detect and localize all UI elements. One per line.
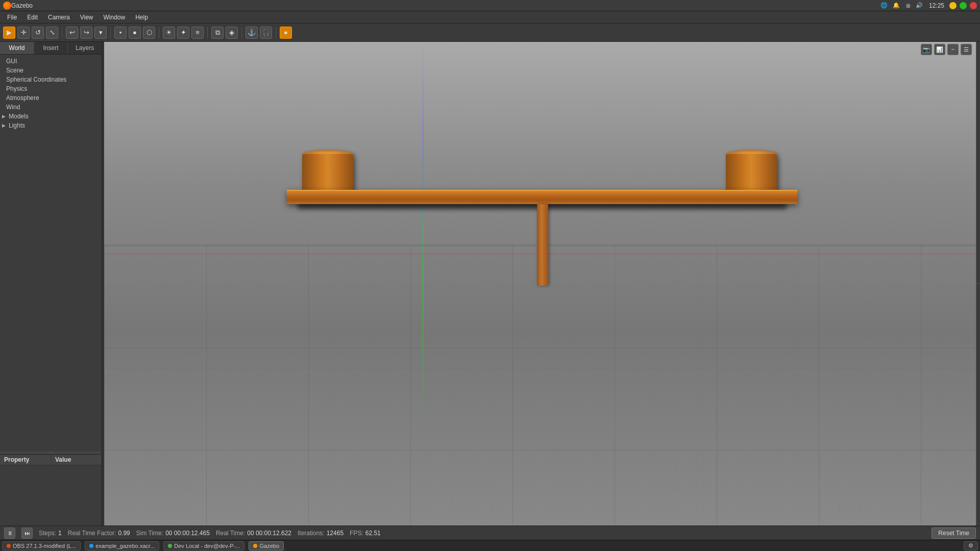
snap-button[interactable]: ⚓: [246, 27, 258, 39]
system-tray: 🌐 🔔 🖥 🔊: [880, 2, 923, 9]
tree-item-wind-label: Wind: [6, 104, 20, 111]
app-title: Gazebo: [11, 2, 880, 9]
maximize-button[interactable]: [960, 2, 967, 9]
steps-label: Steps:: [39, 530, 56, 537]
fps-value: 62.51: [365, 530, 381, 537]
headset-button[interactable]: 🎧: [260, 27, 272, 39]
steps-display: Steps: 1: [39, 530, 62, 537]
titlebar: Gazebo 🌐 🔔 🖥 🔊 12:25: [0, 0, 980, 11]
scale-tool-button[interactable]: ⤡: [46, 27, 58, 39]
sun-button[interactable]: ☀: [163, 27, 175, 39]
box-shape-button[interactable]: ▪: [114, 27, 127, 39]
cylinder-shape-button[interactable]: ⬡: [143, 27, 155, 39]
tree-item-wind[interactable]: Wind: [0, 103, 102, 112]
rtf-label: Real Time Factor:: [68, 530, 116, 537]
statusbar: ⏸ ⏭ Steps: 1 Real Time Factor: 0.99 Sim …: [0, 525, 980, 540]
tree-item-atmosphere[interactable]: Atmosphere: [0, 93, 102, 103]
tree-item-scene[interactable]: Scene: [0, 66, 102, 75]
tree-item-atmosphere-label: Atmosphere: [6, 94, 39, 102]
translate-tool-button[interactable]: ✛: [17, 27, 30, 39]
pause-button[interactable]: ⏸: [4, 528, 15, 539]
right-cylinder-body: [726, 154, 777, 195]
lights-arrow-icon: ▶: [2, 123, 6, 128]
close-button[interactable]: [970, 2, 977, 9]
taskbar-item-terminal[interactable]: Dev Local - dev@dev-P-...: [163, 541, 244, 550]
world-tree: GUI Scene Spherical Coordinates Physics …: [0, 55, 102, 452]
stats-button[interactable]: ~: [947, 44, 959, 55]
toolbar-separator-6: [276, 27, 276, 38]
tree-item-gui[interactable]: GUI: [0, 57, 102, 66]
fps-label: FPS:: [350, 530, 363, 537]
tree-item-spherical-coords[interactable]: Spherical Coordinates: [0, 75, 102, 84]
realtime-value: 00 00:00:12.622: [247, 530, 291, 537]
tree-item-physics-label: Physics: [6, 85, 27, 92]
realtime-factor-display: Real Time Factor: 0.99: [68, 530, 130, 537]
tab-insert[interactable]: Insert: [34, 42, 68, 54]
menu-help[interactable]: Help: [130, 13, 153, 22]
tree-item-physics[interactable]: Physics: [0, 84, 102, 93]
terminal-icon: [168, 544, 172, 548]
settings-icon: ⚙: [968, 542, 973, 549]
content-area: World Insert Layers GUI Scene Spherical …: [0, 42, 980, 525]
notifications-icon: 🔔: [893, 2, 900, 9]
taskbar-system-settings[interactable]: ⚙: [964, 541, 978, 550]
value-col-header: Value: [51, 455, 102, 465]
reset-time-button[interactable]: Reset Time: [932, 528, 976, 539]
menu-file[interactable]: File: [2, 13, 22, 22]
paste-button[interactable]: ◈: [226, 27, 238, 39]
toolbar-separator-1: [62, 27, 62, 38]
scene-objects: [104, 42, 980, 525]
taskbar-item-xacro[interactable]: example_gazebo.xacr...: [85, 541, 159, 550]
toolbar: ▶ ✛ ↺ ⤡ ↩ ↪ ▾ ▪ ● ⬡ ☀ ✦ ≡ ⧉ ◈ ⚓ 🎧 ●: [0, 23, 980, 42]
simtime-value: 00 00:00:12.465: [165, 530, 210, 537]
property-header: Property Value: [0, 455, 102, 465]
tree-item-models[interactable]: ▶ Models: [0, 112, 102, 121]
tab-layers[interactable]: Layers: [68, 42, 102, 54]
toolbar-separator-3: [159, 27, 159, 38]
menu-camera[interactable]: Camera: [43, 13, 75, 22]
3d-viewport[interactable]: 📷 📊 ~ ☰ |: [104, 42, 980, 525]
beam-support: [537, 204, 548, 286]
menu-view[interactable]: View: [75, 13, 99, 22]
toolbar-separator-2: [110, 27, 111, 38]
step-button[interactable]: ⏭: [21, 528, 33, 539]
tab-world[interactable]: World: [0, 42, 34, 54]
tree-item-lights-label: Lights: [9, 122, 25, 129]
real-time-display: Real Time: 00 00:00:12.622: [216, 530, 291, 537]
minimize-button[interactable]: [949, 2, 957, 9]
network-icon: 🌐: [880, 2, 888, 9]
select-tool-button[interactable]: ▶: [3, 27, 15, 39]
toolbar-separator-4: [207, 27, 208, 38]
fps-display: FPS: 62.51: [350, 530, 381, 537]
record-button[interactable]: 📊: [934, 44, 945, 55]
taskbar-item-obs[interactable]: OBS 27.1.3-modified (L...: [2, 541, 81, 550]
obs-icon: [7, 544, 11, 548]
tree-item-lights[interactable]: ▶ Lights: [0, 121, 102, 130]
taskbar: OBS 27.1.3-modified (L... example_gazebo…: [0, 540, 980, 551]
pointlight-button[interactable]: ✦: [177, 27, 189, 39]
rotate-tool-button[interactable]: ↺: [32, 27, 44, 39]
rtf-value: 0.99: [118, 530, 130, 537]
redo-button[interactable]: ↪: [80, 27, 92, 39]
realtime-label: Real Time:: [216, 530, 245, 537]
menu-edit[interactable]: Edit: [22, 13, 43, 22]
copy-button[interactable]: ⧉: [211, 27, 224, 39]
undo-button[interactable]: ↩: [66, 27, 78, 39]
more-button[interactable]: ▾: [94, 27, 107, 39]
orange-tool-button[interactable]: ●: [280, 27, 292, 39]
screenshot-button[interactable]: 📷: [921, 44, 932, 55]
property-panel: Property Value: [0, 454, 102, 525]
gazebo-icon: [253, 544, 257, 548]
sphere-shape-button[interactable]: ●: [129, 27, 141, 39]
xacro-label: example_gazebo.xacr...: [95, 543, 155, 549]
view-menu-button[interactable]: ☰: [961, 44, 972, 55]
toolbar-separator-5: [241, 27, 242, 38]
terminal-label: Dev Local - dev@dev-P-...: [174, 543, 240, 549]
gazebo-label: Gazebo: [259, 543, 279, 549]
taskbar-item-gazebo[interactable]: Gazebo: [249, 541, 284, 550]
panel-tabs: World Insert Layers: [0, 42, 102, 55]
menu-window[interactable]: Window: [99, 13, 131, 22]
grid-button[interactable]: ≡: [191, 27, 204, 39]
viewport-toolbar: 📷 📊 ~ ☰: [921, 44, 972, 55]
tree-item-models-label: Models: [9, 113, 29, 120]
